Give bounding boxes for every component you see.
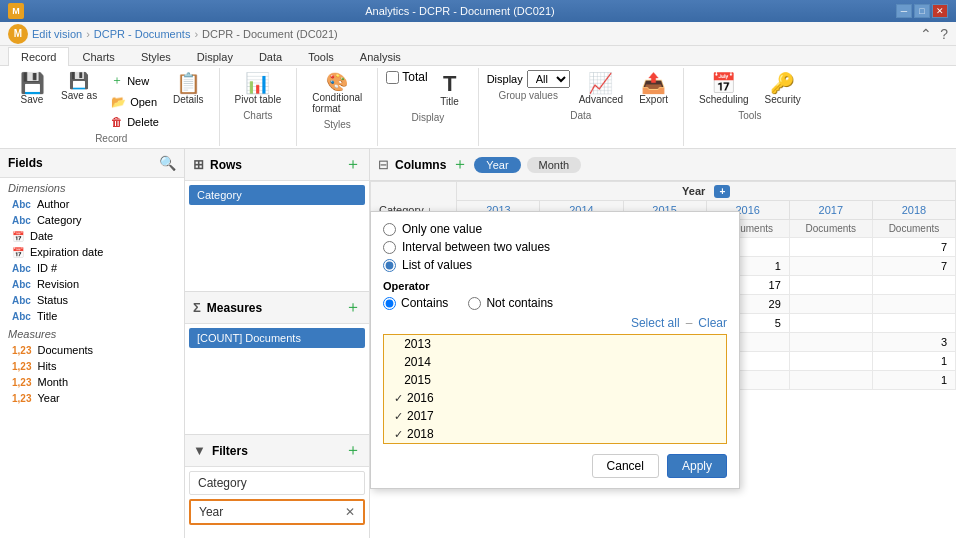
- value-2017[interactable]: ✓ 2017: [384, 407, 726, 425]
- radio-list[interactable]: List of values: [383, 258, 727, 272]
- value-2018[interactable]: ✓ 2018: [384, 425, 726, 443]
- breadcrumb-edit-vision[interactable]: Edit vision: [32, 28, 82, 40]
- field-year[interactable]: 1,23 Year: [0, 390, 184, 406]
- filters-title-text: Filters: [212, 444, 248, 458]
- measures-documents-item[interactable]: [COUNT] Documents: [189, 328, 365, 348]
- pivot-table-button[interactable]: 📊 Pivot table: [228, 70, 289, 108]
- maximize-button[interactable]: □: [914, 4, 930, 18]
- filter-year-remove[interactable]: ✕: [345, 505, 355, 519]
- save-button[interactable]: 💾 Save: [12, 70, 52, 108]
- field-author[interactable]: Abc Author: [0, 196, 184, 212]
- select-all-link[interactable]: Select all: [631, 316, 680, 330]
- tab-styles[interactable]: Styles: [128, 47, 184, 66]
- field-status[interactable]: Abc Status: [0, 292, 184, 308]
- open-button[interactable]: 📂 Open: [106, 93, 164, 111]
- value-2014[interactable]: 2014: [384, 353, 726, 371]
- tab-charts[interactable]: Charts: [69, 47, 127, 66]
- filter-category-item[interactable]: Category: [189, 471, 365, 495]
- radio-interval[interactable]: Interval between two values: [383, 240, 727, 254]
- export-button[interactable]: 📤 Export: [632, 70, 675, 108]
- help-icon[interactable]: ?: [940, 26, 948, 42]
- field-category[interactable]: Abc Category: [0, 212, 184, 228]
- not-contains-radio[interactable]: [468, 297, 481, 310]
- data-group-label: Data: [570, 110, 591, 121]
- value-2016[interactable]: ✓ 2016: [384, 389, 726, 407]
- val-r4-2017: [789, 295, 872, 314]
- search-icon[interactable]: 🔍: [159, 155, 176, 171]
- minimize-button[interactable]: ─: [896, 4, 912, 18]
- radio-one-input[interactable]: [383, 223, 396, 236]
- new-button[interactable]: ＋ New: [106, 70, 164, 91]
- clear-link[interactable]: Clear: [698, 316, 727, 330]
- scheduling-label: Scheduling: [699, 94, 748, 105]
- tab-analysis[interactable]: Analysis: [347, 47, 414, 66]
- field-expiration-date[interactable]: 📅 Expiration date: [0, 244, 184, 260]
- measures-title: Σ Measures: [193, 300, 262, 315]
- breadcrumb-dcpr[interactable]: DCPR - Documents: [94, 28, 191, 40]
- collapse-icon[interactable]: ⌃: [920, 26, 932, 42]
- group-values-label: Group values: [498, 90, 557, 101]
- columns-add-button[interactable]: ＋: [452, 154, 468, 175]
- field-revision[interactable]: Abc Revision: [0, 276, 184, 292]
- scheduling-button[interactable]: 📅 Scheduling: [692, 70, 755, 108]
- field-date[interactable]: 📅 Date: [0, 228, 184, 244]
- title-button[interactable]: T Title: [430, 70, 470, 110]
- value-2015[interactable]: 2015: [384, 371, 726, 389]
- apply-button[interactable]: Apply: [667, 454, 727, 478]
- conditional-format-button[interactable]: 🎨 Conditionalformat: [305, 70, 369, 117]
- ribbon-tabs: Record Charts Styles Display Data Tools …: [0, 46, 956, 66]
- field-month[interactable]: 1,23 Month: [0, 374, 184, 390]
- save-as-button[interactable]: 💾 Save as: [54, 70, 104, 104]
- measures-header: Σ Measures ＋: [185, 292, 369, 324]
- rows-add-button[interactable]: ＋: [345, 154, 361, 175]
- year-expand-btn[interactable]: +: [714, 185, 730, 198]
- filter-dialog: Only one value Interval between two valu…: [370, 211, 740, 489]
- advanced-button[interactable]: 📈 Advanced: [572, 70, 630, 108]
- val-r6-2017: [789, 333, 872, 352]
- save-label: Save: [21, 94, 44, 105]
- tab-record[interactable]: Record: [8, 47, 69, 66]
- pill-month[interactable]: Month: [527, 157, 582, 173]
- filters-title: ▼ Filters: [193, 443, 248, 458]
- tab-display[interactable]: Display: [184, 47, 246, 66]
- operator-contains[interactable]: Contains: [383, 296, 448, 310]
- tools-group-label: Tools: [738, 110, 761, 121]
- pivot-icon: 📊: [245, 73, 270, 93]
- value-2013[interactable]: 2013: [384, 335, 726, 353]
- title-label: Title: [440, 96, 459, 107]
- measures-add-button[interactable]: ＋: [345, 297, 361, 318]
- ribbon-group-data: Display All Group values 📈 Advanced 📤 Ex…: [479, 68, 684, 146]
- field-hits[interactable]: 1,23 Hits: [0, 358, 184, 374]
- filter-year-item[interactable]: Year ✕: [189, 499, 365, 525]
- field-id[interactable]: Abc ID #: [0, 260, 184, 276]
- rows-category-item[interactable]: Category: [189, 185, 365, 205]
- docs-type: 1,23: [12, 345, 31, 356]
- delete-button[interactable]: 🗑 Delete: [106, 113, 164, 131]
- filters-add-button[interactable]: ＋: [345, 440, 361, 461]
- author-name: Author: [37, 198, 69, 210]
- field-documents[interactable]: 1,23 Documents: [0, 342, 184, 358]
- total-checkbox[interactable]: [386, 71, 399, 84]
- total-checkbox-label[interactable]: Total: [386, 70, 427, 84]
- display-select[interactable]: All: [527, 70, 570, 88]
- breadcrumb-current: DCPR - Document (DC021): [202, 28, 338, 40]
- pill-year[interactable]: Year: [474, 157, 520, 173]
- value-2016-label: 2016: [407, 391, 434, 405]
- security-button[interactable]: 🔑 Security: [758, 70, 808, 108]
- radio-interval-input[interactable]: [383, 241, 396, 254]
- contains-radio[interactable]: [383, 297, 396, 310]
- conditional-icon: 🎨: [326, 73, 348, 91]
- close-button[interactable]: ✕: [932, 4, 948, 18]
- field-title[interactable]: Abc Title: [0, 308, 184, 324]
- advanced-label: Advanced: [579, 94, 623, 105]
- radio-list-input[interactable]: [383, 259, 396, 272]
- new-icon: ＋: [111, 72, 123, 89]
- conditional-label: Conditionalformat: [312, 92, 362, 114]
- columns-title: Columns: [395, 158, 446, 172]
- tab-tools[interactable]: Tools: [295, 47, 347, 66]
- cancel-button[interactable]: Cancel: [592, 454, 659, 478]
- radio-one-value[interactable]: Only one value: [383, 222, 727, 236]
- operator-not-contains[interactable]: Not contains: [468, 296, 553, 310]
- tab-data[interactable]: Data: [246, 47, 295, 66]
- details-button[interactable]: 📋 Details: [166, 70, 211, 108]
